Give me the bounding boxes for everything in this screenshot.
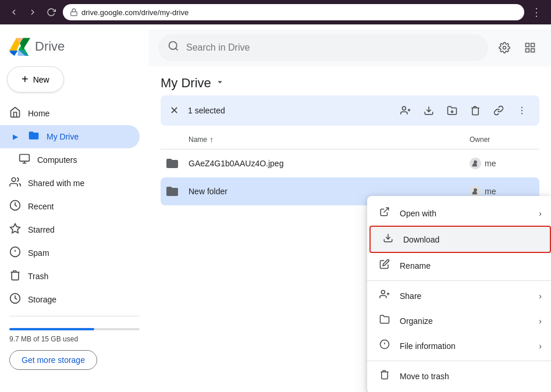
lock-icon bbox=[70, 8, 78, 16]
col-header-owner: Owner bbox=[470, 136, 539, 144]
deselect-button[interactable]: ✕ bbox=[168, 102, 181, 119]
rename-icon bbox=[379, 259, 390, 272]
sidebar-divider bbox=[9, 316, 140, 316]
context-menu-item-download[interactable]: Download bbox=[369, 226, 551, 253]
context-menu-item-open-with[interactable]: Open with › bbox=[367, 201, 551, 226]
storage-bar bbox=[9, 328, 140, 330]
share-arrow-icon: › bbox=[539, 291, 542, 301]
context-menu-item-trash[interactable]: Move to trash bbox=[367, 364, 551, 389]
context-menu-item-share[interactable]: Share › bbox=[367, 283, 551, 308]
owner-name-text: me bbox=[485, 159, 496, 168]
drive-dropdown-arrow-icon[interactable] bbox=[215, 77, 225, 90]
svg-point-23 bbox=[521, 113, 522, 114]
sidebar-item-recent[interactable]: Recent bbox=[0, 195, 140, 218]
my-drive-icon bbox=[28, 130, 40, 144]
table-header: Name ↑ Owner bbox=[161, 130, 539, 149]
context-item-label-trash: Move to trash bbox=[400, 372, 542, 381]
col-header-name-label: Name bbox=[189, 136, 207, 144]
storage-icon bbox=[9, 293, 21, 307]
browser-menu-icon[interactable]: ⋮ bbox=[529, 3, 544, 21]
share-icon bbox=[379, 289, 390, 302]
context-item-label-file-info: File information bbox=[400, 341, 529, 351]
sidebar-item-label-my-drive: My Drive bbox=[47, 132, 79, 141]
file-info-arrow-icon: › bbox=[539, 341, 542, 351]
context-item-label-open-with: Open with bbox=[400, 209, 529, 218]
top-bar bbox=[149, 29, 551, 66]
forward-button[interactable] bbox=[26, 5, 40, 19]
browser-chrome: drive.google.com/drive/my-drive ⋮ bbox=[0, 0, 551, 24]
delete-toolbar-button[interactable] bbox=[465, 100, 486, 121]
sidebar-item-shared[interactable]: Shared with me bbox=[0, 172, 140, 195]
sidebar-item-home[interactable]: Home bbox=[0, 102, 140, 125]
context-item-label-download: Download bbox=[403, 235, 538, 244]
owner-avatar-icon bbox=[470, 186, 481, 197]
sidebar-item-storage[interactable]: Storage bbox=[0, 288, 140, 311]
more-toolbar-button[interactable] bbox=[511, 100, 532, 121]
sidebar-item-my-drive[interactable]: ▶ My Drive bbox=[0, 125, 140, 148]
search-bar[interactable] bbox=[158, 34, 488, 61]
selection-count-label: 1 selected bbox=[188, 106, 388, 115]
table-row[interactable]: GAeZ4G1b0AAUz4O.jpeg me bbox=[161, 149, 539, 177]
col-header-name[interactable]: Name ↑ bbox=[189, 135, 470, 144]
svg-point-25 bbox=[474, 188, 477, 192]
owner-name-text: me bbox=[485, 187, 496, 196]
context-menu-divider bbox=[367, 280, 551, 281]
svg-point-4 bbox=[12, 177, 16, 181]
new-button[interactable]: + New bbox=[7, 66, 64, 92]
download-toolbar-button[interactable] bbox=[418, 100, 439, 121]
context-menu: Open with › Download Rename bbox=[367, 196, 551, 392]
context-menu-item-file-info[interactable]: File information › bbox=[367, 333, 551, 358]
back-button[interactable] bbox=[7, 5, 21, 19]
trash-icon bbox=[9, 269, 21, 284]
storage-text: 9.7 MB of 15 GB used bbox=[9, 335, 140, 343]
top-right-icons bbox=[493, 36, 542, 59]
my-drive-expand-icon: ▶ bbox=[9, 133, 21, 141]
sidebar-item-label-trash: Trash bbox=[28, 272, 48, 281]
svg-point-17 bbox=[402, 106, 406, 110]
sidebar-item-starred[interactable]: Starred bbox=[0, 218, 140, 241]
context-menu-item-rename[interactable]: Rename bbox=[367, 253, 551, 278]
context-menu-divider-2 bbox=[367, 361, 551, 361]
refresh-button[interactable] bbox=[44, 5, 58, 19]
svg-line-11 bbox=[176, 48, 178, 51]
url-text: drive.google.com/drive/my-drive bbox=[81, 8, 189, 17]
link-toolbar-button[interactable] bbox=[488, 100, 509, 121]
sidebar-item-label-storage: Storage bbox=[28, 295, 56, 304]
sidebar-item-label-computers: Computers bbox=[37, 155, 77, 165]
svg-rect-14 bbox=[531, 43, 535, 47]
context-item-label-organize: Organize bbox=[400, 316, 529, 326]
sidebar-item-label-starred: Starred bbox=[28, 225, 55, 234]
svg-rect-1 bbox=[20, 154, 30, 161]
grid-view-icon[interactable] bbox=[518, 36, 542, 59]
file-name-text: GAeZ4G1b0AAUz4O.jpeg bbox=[189, 159, 470, 168]
address-bar[interactable]: drive.google.com/drive/my-drive bbox=[63, 4, 524, 20]
file-owner: me bbox=[470, 186, 539, 197]
share-people-button[interactable] bbox=[395, 100, 416, 121]
search-input[interactable] bbox=[186, 42, 479, 53]
svg-rect-0 bbox=[71, 12, 77, 15]
computers-icon bbox=[19, 153, 30, 168]
sidebar-item-computers[interactable]: Computers bbox=[0, 148, 140, 172]
sidebar-item-trash[interactable]: Trash bbox=[0, 265, 140, 288]
sidebar-item-spam[interactable]: Spam bbox=[0, 241, 140, 265]
drive-logo-icon bbox=[9, 36, 30, 57]
svg-line-26 bbox=[384, 208, 389, 212]
svg-point-24 bbox=[474, 161, 477, 164]
home-icon bbox=[9, 106, 21, 121]
main-content: My Drive ✕ 1 selected bbox=[149, 24, 551, 392]
context-menu-item-organize[interactable]: Organize › bbox=[367, 308, 551, 333]
open-with-arrow-icon: › bbox=[539, 209, 542, 218]
selection-toolbar: ✕ 1 selected bbox=[161, 95, 539, 126]
get-more-storage-button[interactable]: Get more storage bbox=[9, 350, 97, 370]
new-button-plus-icon: + bbox=[22, 73, 29, 86]
sidebar-item-label-spam: Spam bbox=[28, 248, 49, 258]
sidebar-item-label-recent: Recent bbox=[28, 202, 54, 211]
svg-point-28 bbox=[381, 290, 385, 294]
download-icon bbox=[382, 233, 394, 246]
context-item-label-rename: Rename bbox=[400, 261, 542, 270]
svg-rect-13 bbox=[526, 43, 529, 47]
owner-avatar-icon bbox=[470, 158, 481, 169]
svg-point-21 bbox=[521, 107, 522, 108]
settings-icon[interactable] bbox=[493, 36, 516, 59]
move-to-folder-button[interactable] bbox=[442, 100, 463, 121]
